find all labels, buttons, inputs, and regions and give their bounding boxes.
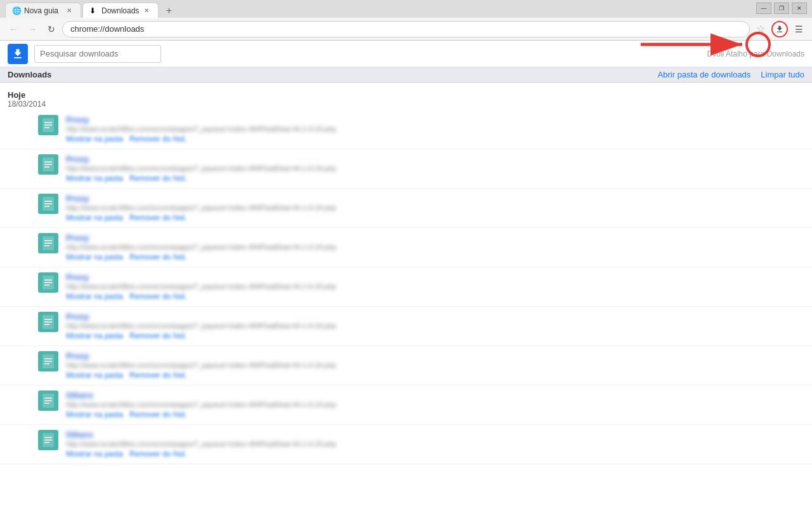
- file-info: Proxy http://www.scratchfiles.com/scrore…: [66, 154, 804, 183]
- back-button[interactable]: ←: [5, 21, 22, 37]
- file-name[interactable]: Proxy: [66, 272, 804, 282]
- tab-close-downloads[interactable]: ✕: [141, 6, 152, 16]
- remove-from-history-action[interactable]: Remover do hist.: [129, 410, 187, 419]
- new-tab-button[interactable]: +: [160, 4, 178, 18]
- download-item: Proxy http://www.scratchfiles.com/scrore…: [0, 149, 812, 189]
- file-url: http://www.scratchfiles.com/scrore/pages…: [66, 361, 804, 369]
- show-in-folder-action[interactable]: Mostrar na pasta: [66, 331, 123, 340]
- title-bar: 🌐 Nova guia ✕ ⬇ Downloads ✕ + — ❐ ✕: [0, 0, 812, 18]
- close-button[interactable]: ✕: [792, 3, 807, 14]
- remove-from-history-action[interactable]: Remover do hist.: [129, 174, 187, 183]
- file-name[interactable]: Proxy: [66, 233, 804, 243]
- file-name[interactable]: Proxy: [66, 194, 804, 203]
- remove-from-history-action[interactable]: Remover do hist.: [129, 450, 187, 458]
- downloads-shortcut-button[interactable]: [771, 21, 788, 37]
- show-in-folder-action[interactable]: Mostrar na pasta: [66, 410, 123, 419]
- file-actions: Mostrar na pasta Remover do hist.: [66, 450, 804, 458]
- file-info: Othero http://www.scratchfiles.com/scror…: [66, 430, 804, 458]
- tab-icon-nova-guia: 🌐: [12, 6, 21, 15]
- file-icon: [38, 115, 58, 135]
- file-name[interactable]: Proxy: [66, 312, 804, 321]
- tab-label-downloads: Downloads: [102, 6, 139, 15]
- file-icon: [38, 351, 58, 371]
- window-controls: — ❐ ✕: [756, 3, 807, 14]
- remove-from-history-action[interactable]: Remover do hist.: [129, 371, 187, 380]
- bookmark-star-button[interactable]: ☆: [752, 21, 769, 37]
- file-info: Proxy http://www.scratchfiles.com/scrore…: [66, 194, 804, 222]
- file-icon: [38, 312, 58, 332]
- file-name[interactable]: Othero: [66, 391, 804, 400]
- show-in-folder-action[interactable]: Mostrar na pasta: [66, 213, 123, 222]
- remove-from-history-action[interactable]: Remover do hist.: [129, 331, 187, 340]
- section-actions: Abrir pasta de downloads Limpar tudo: [658, 70, 804, 79]
- file-info: Othero http://www.scratchfiles.com/scror…: [66, 391, 804, 419]
- show-in-folder-action[interactable]: Mostrar na pasta: [66, 174, 123, 183]
- show-in-folder-action[interactable]: Mostrar na pasta: [66, 371, 123, 380]
- file-url: http://www.scratchfiles.com/scrore/pages…: [66, 243, 804, 251]
- section-title: Downloads: [8, 70, 51, 79]
- download-item: Proxy http://www.scratchfiles.com/scrore…: [0, 110, 812, 149]
- file-actions: Mostrar na pasta Remover do hist.: [66, 174, 804, 183]
- file-name[interactable]: Proxy: [66, 154, 804, 164]
- file-url: http://www.scratchfiles.com/scrore/pages…: [66, 440, 804, 448]
- tab-label-nova-guia: Nova guia: [24, 6, 62, 15]
- show-in-folder-action[interactable]: Mostrar na pasta: [66, 135, 123, 144]
- file-actions: Mostrar na pasta Remover do hist.: [66, 410, 804, 419]
- remove-from-history-action[interactable]: Remover do hist.: [129, 292, 187, 301]
- file-icon: [38, 154, 58, 175]
- show-in-folder-action[interactable]: Mostrar na pasta: [66, 253, 123, 262]
- file-actions: Mostrar na pasta Remover do hist.: [66, 371, 804, 380]
- minimize-button[interactable]: —: [756, 3, 771, 14]
- date-group-today: Hoje: [8, 90, 25, 100]
- file-icon: [38, 194, 58, 214]
- file-url: http://www.scratchfiles.com/scrore/pages…: [66, 204, 804, 211]
- file-info: Proxy http://www.scratchfiles.com/scrore…: [66, 115, 804, 144]
- file-name[interactable]: Proxy: [66, 351, 804, 361]
- file-url: http://www.scratchfiles.com/scrore/pages…: [66, 322, 804, 330]
- file-actions: Mostrar na pasta Remover do hist.: [66, 253, 804, 262]
- page-header: Dvoli Atalho para Downloads: [0, 41, 812, 67]
- tab-icon-downloads: ⬇: [89, 6, 98, 15]
- show-in-folder-action[interactable]: Mostrar na pasta: [66, 450, 123, 458]
- file-info: Proxy http://www.scratchfiles.com/scrore…: [66, 351, 804, 380]
- file-url: http://www.scratchfiles.com/scrore/pages…: [66, 164, 804, 172]
- download-item: Proxy http://www.scratchfiles.com/scrore…: [0, 189, 812, 228]
- date-group-date: 18/03/2014: [8, 100, 46, 109]
- remove-from-history-action[interactable]: Remover do hist.: [129, 213, 187, 222]
- tab-downloads[interactable]: ⬇ Downloads ✕: [82, 3, 159, 18]
- tab-nova-guia[interactable]: 🌐 Nova guia ✕: [5, 3, 81, 18]
- downloads-items-container: Proxy http://www.scratchfiles.com/scrore…: [0, 110, 812, 464]
- maximize-button[interactable]: ❐: [774, 3, 789, 14]
- show-in-folder-action[interactable]: Mostrar na pasta: [66, 292, 123, 301]
- file-actions: Mostrar na pasta Remover do hist.: [66, 292, 804, 301]
- file-name[interactable]: Othero: [66, 430, 804, 439]
- file-icon: [38, 430, 58, 450]
- download-item: Proxy http://www.scratchfiles.com/scrore…: [0, 346, 812, 385]
- file-actions: Mostrar na pasta Remover do hist.: [66, 135, 804, 144]
- file-info: Proxy http://www.scratchfiles.com/scrore…: [66, 272, 804, 301]
- search-input[interactable]: [34, 45, 161, 63]
- file-url: http://www.scratchfiles.com/scrore/pages…: [66, 401, 804, 408]
- file-info: Proxy http://www.scratchfiles.com/scrore…: [66, 233, 804, 262]
- download-item: Othero http://www.scratchfiles.com/scror…: [0, 385, 812, 425]
- downloads-page-icon: [8, 44, 28, 64]
- reload-button[interactable]: ↻: [43, 21, 60, 37]
- clear-all-link[interactable]: Limpar tudo: [761, 70, 804, 79]
- chrome-menu-button[interactable]: ☰: [790, 21, 807, 37]
- download-item: Proxy http://www.scratchfiles.com/scrore…: [0, 228, 812, 267]
- remove-from-history-action[interactable]: Remover do hist.: [129, 253, 187, 262]
- remove-from-history-action[interactable]: Remover do hist.: [129, 135, 187, 144]
- open-folder-link[interactable]: Abrir pasta de downloads: [658, 70, 751, 79]
- nav-bar: ← → ↻ chrome://downloads ☆ ☰: [0, 18, 812, 41]
- file-name[interactable]: Proxy: [66, 115, 804, 124]
- tab-close-nova-guia[interactable]: ✕: [64, 6, 74, 16]
- address-bar[interactable]: chrome://downloads: [62, 21, 750, 37]
- file-url: http://www.scratchfiles.com/scrore/pages…: [66, 283, 804, 290]
- date-group-label: Hoje 18/03/2014: [0, 88, 812, 110]
- downloads-list: Hoje 18/03/2014 Proxy http://www.scratch…: [0, 83, 812, 504]
- file-icon: [38, 391, 58, 411]
- file-info: Proxy http://www.scratchfiles.com/scrore…: [66, 312, 804, 340]
- section-header: Downloads Abrir pasta de downloads Limpa…: [0, 67, 812, 83]
- forward-button[interactable]: →: [24, 21, 41, 37]
- file-actions: Mostrar na pasta Remover do hist.: [66, 213, 804, 222]
